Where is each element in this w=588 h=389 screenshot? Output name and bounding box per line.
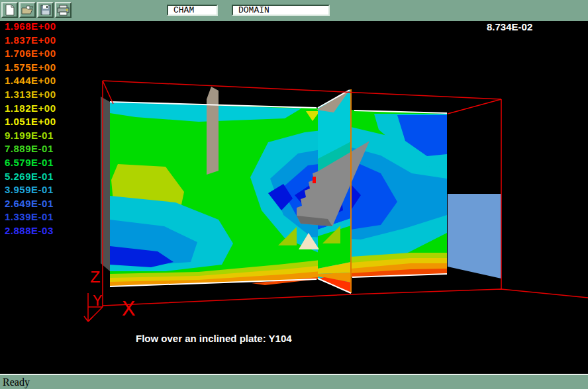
contour-slice-main	[110, 102, 447, 286]
legend-value: 9.199E-01	[5, 130, 56, 144]
legend-values: 1.968E+001.837E+001.706E+001.575E+001.44…	[5, 21, 56, 239]
status-bar: Ready	[0, 374, 588, 389]
legend-value: 6.579E-01	[5, 157, 56, 171]
legend-value: 1.313E+00	[5, 89, 56, 103]
legend-value: 1.051E+00	[5, 116, 56, 130]
legend-value: 7.889E-01	[5, 143, 56, 157]
phoenics-viewer-window: Z Y X Velocity 1.968E+001.837E+001.706E+…	[0, 0, 588, 389]
outlet-patch	[448, 194, 501, 279]
legend-value: 1.444E+00	[5, 75, 56, 89]
save-floppy-icon	[40, 5, 51, 15]
legend-value: 3.959E-01	[5, 184, 56, 198]
open-folder-icon	[21, 5, 34, 15]
axis-label-x: X	[122, 297, 135, 322]
legend-value: 2.649E-01	[5, 198, 56, 212]
cham-field[interactable]	[167, 5, 218, 16]
toolbar	[0, 0, 588, 21]
legend-value: 1.575E+00	[5, 62, 56, 75]
print-icon	[57, 5, 70, 16]
probe-marker[interactable]	[313, 177, 316, 183]
probe-value: 8.734E-02	[485, 21, 546, 32]
velocity-legend: Velocity 1.968E+001.837E+001.706E+001.57…	[5, 7, 56, 239]
cfd-scene: Z Y X	[0, 0, 588, 389]
status-text: Ready	[3, 376, 30, 388]
save-button[interactable]	[37, 2, 54, 18]
new-document-icon	[5, 4, 15, 16]
axis-label-z: Z	[90, 268, 101, 288]
viewport-3d[interactable]: Z Y X	[0, 21, 588, 374]
scene-caption: Flow over an inclined plate: Y104	[136, 333, 292, 344]
legend-value: 1.339E-01	[5, 211, 56, 225]
left-wall-strip	[101, 97, 110, 271]
axis-label-y: Y	[93, 292, 102, 310]
domain-field[interactable]	[232, 5, 330, 16]
legend-value: 1.837E+00	[5, 34, 56, 48]
post-obstacle	[207, 87, 219, 175]
legend-value: 1.706E+00	[5, 48, 56, 62]
open-file-button[interactable]	[19, 2, 36, 18]
print-button[interactable]	[55, 2, 72, 18]
legend-value: 1.968E+00	[5, 21, 56, 34]
new-file-button[interactable]	[1, 2, 18, 18]
legend-value: 5.269E-01	[5, 171, 56, 185]
legend-value: 2.888E-03	[5, 225, 56, 239]
legend-value: 1.182E+00	[5, 103, 56, 116]
